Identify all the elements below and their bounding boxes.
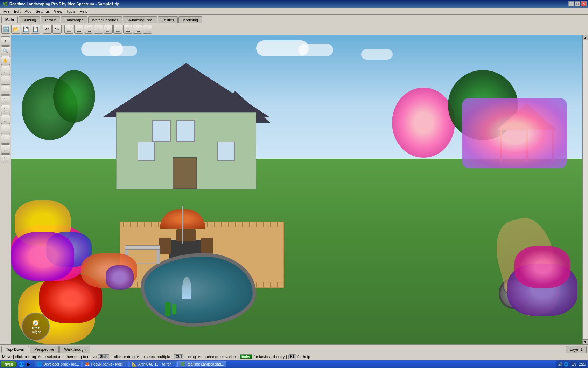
height-label: Height: [31, 330, 41, 334]
menu-tools[interactable]: Tools: [64, 8, 78, 14]
taskbar-item-4[interactable]: 🌿 Realtime Landscaping...: [177, 361, 226, 367]
status-sep-4: |: [286, 355, 287, 359]
pink-flowers-right-low: [514, 246, 570, 288]
toolbar-tool6[interactable]: ⬚: [113, 25, 122, 34]
status-key-enter: Enter: [240, 354, 252, 359]
toolbar-tool7[interactable]: ⬚: [123, 25, 132, 34]
quicklaunch-ie[interactable]: 🌐: [18, 361, 24, 367]
menu-edit[interactable]: Edit: [12, 8, 23, 14]
umbrella-pole: [182, 206, 183, 244]
sidebar-tool9[interactable]: ⬚: [1, 144, 10, 154]
chair-2: [201, 238, 213, 254]
tray-clock: 2:26: [579, 362, 586, 366]
status-icon-cursor3: 🖱: [197, 355, 201, 359]
tree-bg-left2: [53, 70, 95, 123]
sidebar-tool7[interactable]: ⬚: [1, 125, 10, 134]
fountain-spray: [182, 277, 191, 299]
status-text-1: click or drag: [15, 355, 36, 359]
scrollbar-up[interactable]: ▲: [583, 35, 588, 40]
tab-landscape[interactable]: Landscape: [61, 16, 88, 23]
status-icon-cursor1: 🖱: [37, 355, 41, 359]
magenta-flowers: [11, 232, 74, 281]
house-windows-upper: [152, 120, 195, 142]
house-window-2: [176, 120, 195, 142]
menu-help[interactable]: Help: [77, 8, 90, 14]
toolbar-new[interactable]: 🆕: [1, 25, 10, 34]
tab-modeling[interactable]: Modeling: [178, 16, 202, 23]
3d-scene: 🧭 Orbit Height ▲ ▼: [11, 35, 588, 344]
status-action: Move: [2, 355, 12, 359]
vertical-scrollbar[interactable]: ▲ ▼: [582, 35, 588, 344]
taskbar-item-3[interactable]: 📐 ArchiCAD 12 :: torren...: [130, 361, 177, 367]
viewport[interactable]: 🧭 Orbit Height ▲ ▼: [11, 35, 588, 344]
tab-swimming-pool[interactable]: Swimming Pool: [123, 16, 157, 23]
pond: [141, 253, 256, 327]
toolbar-save2[interactable]: 💾: [31, 25, 40, 34]
menu-add[interactable]: Add: [23, 8, 34, 14]
bench-leg-right: [156, 250, 159, 263]
status-text-7: for keyboard entry: [254, 355, 285, 359]
toolbar-tool4[interactable]: ⬚: [94, 25, 103, 34]
flower-bed-deck-purple: [106, 265, 134, 290]
tab-building[interactable]: Building: [19, 16, 40, 23]
toolbar-open[interactable]: 📂: [11, 25, 20, 34]
cloud-5: [361, 49, 393, 60]
minimize-button[interactable]: ─: [568, 1, 574, 6]
scrollbar-track: [583, 40, 588, 339]
status-text-8: for help: [298, 355, 310, 359]
menu-view[interactable]: View: [52, 8, 64, 14]
toolbar-tool5[interactable]: ⬚: [104, 25, 113, 34]
taskbar-item-2[interactable]: 🦊 Новый релиз - Mozil...: [82, 361, 129, 367]
taskbar-items: 🌐 ▶ 🌐 Developer page - Ide... 🦊 Новый ре…: [18, 361, 555, 367]
sidebar-tool3[interactable]: ⬚: [1, 86, 10, 95]
tray-icons: 🔊 🌐: [558, 362, 569, 367]
menu-file[interactable]: File: [1, 8, 12, 14]
sidebar-tool10[interactable]: ⬚: [1, 154, 10, 163]
toolbar-tool3[interactable]: ⬚: [84, 25, 93, 34]
tab-walkthrough[interactable]: Walkthrough: [59, 346, 90, 353]
toolbar-tool2[interactable]: ⬚: [74, 25, 83, 34]
left-sidebar: ↕ 🔍 ✋ ⬚ ⬚ ⬚ ⬚ ⬚ ⬚ ⬚ ⬚ ⬚ ⬚: [0, 35, 11, 344]
orbit-label: Orbit: [31, 326, 41, 330]
tab-perspective[interactable]: Perspective: [30, 346, 59, 353]
windows-taskbar: пуск 🌐 ▶ 🌐 Developer page - Ide... 🦊 Нов…: [0, 360, 588, 368]
close-button[interactable]: ✕: [581, 1, 587, 6]
layer-label[interactable]: Layer 1: [566, 346, 587, 353]
quicklaunch-media[interactable]: ▶: [25, 361, 31, 367]
start-button[interactable]: пуск: [1, 361, 17, 367]
toolbar-redo[interactable]: ↪: [52, 25, 62, 34]
title-text: Realtime Landscaping Pro 5 by Idea Spect…: [9, 2, 119, 6]
sidebar-tool4[interactable]: ⬚: [1, 95, 10, 104]
taskbar-item-1[interactable]: 🌐 Developer page - Ide...: [35, 361, 82, 367]
chair-1: [159, 238, 171, 254]
menu-settings[interactable]: Settings: [34, 8, 52, 14]
tab-utilities[interactable]: Utilities: [158, 16, 178, 23]
sidebar-tool2[interactable]: ⬚: [1, 76, 10, 85]
toolbar-tool9[interactable]: ⬚: [143, 25, 152, 34]
sidebar-tool1[interactable]: ⬚: [1, 66, 10, 75]
tray-lang: EN: [572, 362, 576, 366]
toolbar-undo[interactable]: ↩: [43, 25, 52, 34]
tab-top-down[interactable]: Top-Down: [1, 346, 29, 353]
tab-water-features[interactable]: Water Features: [88, 16, 122, 23]
toolbar-save[interactable]: 💾: [21, 25, 30, 34]
tab-main[interactable]: Main: [1, 16, 18, 23]
house-window-right: [217, 142, 235, 161]
toolbar-tool8[interactable]: ⬚: [133, 25, 142, 34]
sidebar-zoom[interactable]: 🔍: [1, 46, 10, 55]
pond-plant-1: [165, 302, 170, 316]
titlebar: 🌿 Realtime Landscaping Pro 5 by Idea Spe…: [0, 0, 588, 8]
tab-bar: Main Building Terrain Landscape Water Fe…: [0, 15, 588, 23]
toolbar-tool1[interactable]: ⬚: [64, 25, 74, 34]
status-sep-2: |: [172, 355, 173, 359]
sidebar-select[interactable]: ↕: [1, 36, 10, 46]
sidebar-tool6[interactable]: ⬚: [1, 115, 10, 124]
tab-terrain[interactable]: Terrain: [41, 16, 60, 23]
sidebar-pan[interactable]: ✋: [1, 56, 10, 65]
sidebar-tool5[interactable]: ⬚: [1, 105, 10, 114]
maximize-button[interactable]: □: [575, 1, 580, 6]
scrollbar-down[interactable]: ▼: [583, 339, 588, 344]
house-body: [116, 112, 256, 189]
status-icon-cursor2: 🖱: [136, 355, 140, 359]
sidebar-tool8[interactable]: ⬚: [1, 135, 10, 144]
